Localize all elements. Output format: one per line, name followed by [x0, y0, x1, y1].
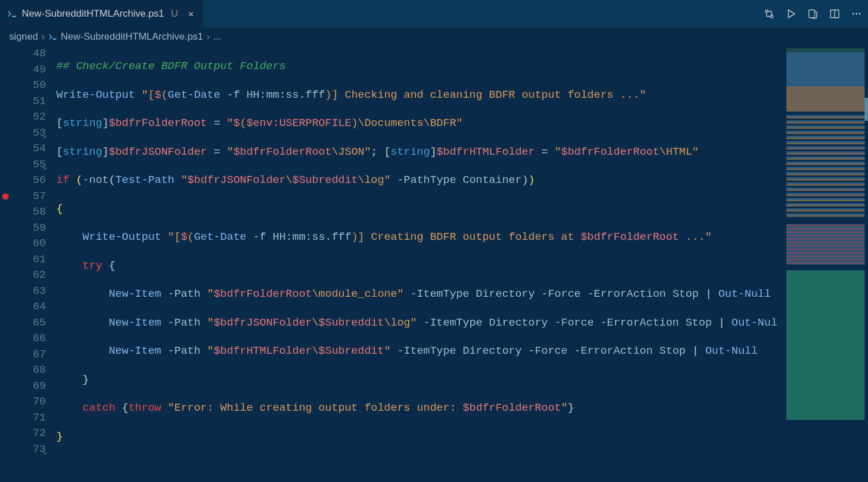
powershell-file-icon [7, 9, 17, 19]
editor-toolbar [763, 0, 862, 28]
line-number: 60 [0, 236, 46, 252]
line-number: 58 [0, 204, 46, 220]
line-number: 73⌄ [0, 442, 46, 458]
line-number: 65 [0, 315, 46, 331]
line-number: 67 [0, 347, 46, 363]
tab-filename: New-SubredditHTMLArchive.ps1 [22, 8, 164, 20]
minimap[interactable] [783, 46, 868, 476]
line-number: 63 [0, 284, 46, 300]
editor-tab[interactable]: New-SubredditHTMLArchive.ps1 U ✕ [0, 0, 203, 28]
line-number: 48 [0, 46, 46, 62]
minimap-viewport-indicator[interactable] [865, 98, 868, 121]
svg-point-0 [765, 10, 768, 13]
line-number: 72 [0, 426, 46, 442]
tab-modified-indicator: U [171, 8, 178, 20]
line-number: 52 [0, 109, 46, 125]
line-number: 66 [0, 331, 46, 347]
line-number: 49 [0, 62, 46, 78]
breadcrumb-file[interactable]: New-SubredditHTMLArchive.ps1 [61, 31, 203, 43]
line-number: 59 [0, 220, 46, 236]
editor: 48 49 50 51 52 53⌄ 54 55⌄ 56 57 58 59 60… [0, 46, 868, 476]
chevron-right-icon: › [41, 31, 45, 43]
line-number: 53⌄ [0, 125, 46, 141]
svg-point-1 [770, 15, 773, 18]
line-number: 56 [0, 173, 46, 189]
breakpoint-icon[interactable] [2, 193, 9, 200]
line-number: 68 [0, 362, 46, 378]
line-number: 55⌄ [0, 157, 46, 173]
run-selection-icon[interactable] [807, 8, 819, 20]
svg-point-7 [859, 13, 861, 15]
compare-changes-icon[interactable] [763, 8, 775, 20]
line-number: 51 [0, 94, 46, 110]
line-number: 54 [0, 141, 46, 157]
line-number: 71 [0, 410, 46, 426]
line-number: 64 [0, 299, 46, 315]
tab-close-icon[interactable]: ✕ [186, 7, 196, 21]
code-area[interactable]: ## Check/Create BDFR Output Folders Writ… [56, 46, 783, 476]
line-number: 62 [0, 267, 46, 284]
fold-icon[interactable]: ⌄ [43, 445, 47, 461]
breadcrumb-ellipsis[interactable]: ... [213, 31, 221, 43]
comment: ## Check/Create BDFR Output Folders [56, 60, 286, 72]
breadcrumb-folder[interactable]: signed [9, 31, 38, 43]
powershell-file-icon [48, 32, 57, 41]
line-number: 61 [0, 252, 46, 268]
breadcrumb[interactable]: signed › New-SubredditHTMLArchive.ps1 › … [0, 28, 868, 46]
tab-bar: New-SubredditHTMLArchive.ps1 U ✕ [0, 0, 868, 28]
svg-point-6 [856, 13, 858, 15]
line-number: 50 [0, 78, 46, 94]
line-number: 69 [0, 378, 46, 395]
chevron-right-icon: › [206, 31, 210, 43]
line-gutter: 48 49 50 51 52 53⌄ 54 55⌄ 56 57 58 59 60… [0, 46, 56, 476]
svg-point-5 [852, 13, 854, 15]
line-number: 70 [0, 394, 46, 410]
svg-rect-2 [809, 10, 815, 18]
line-number: 57 [0, 189, 46, 205]
more-actions-icon[interactable] [851, 8, 862, 20]
split-editor-icon[interactable] [829, 8, 840, 20]
run-icon[interactable] [785, 8, 797, 20]
